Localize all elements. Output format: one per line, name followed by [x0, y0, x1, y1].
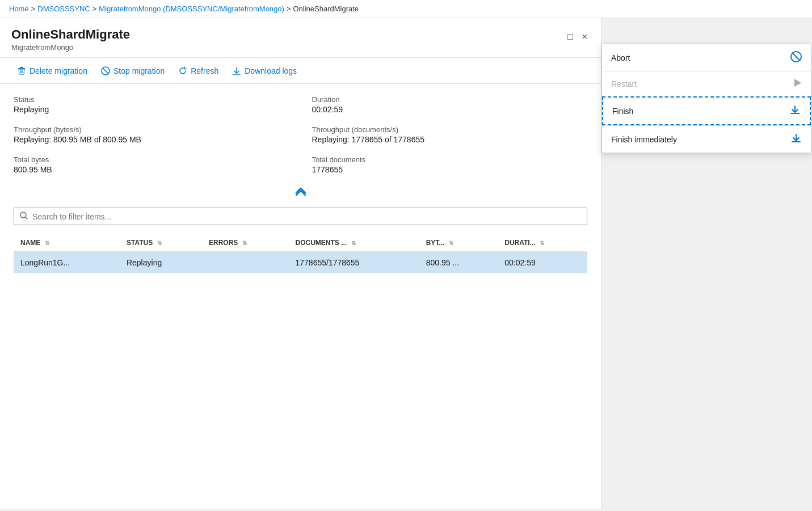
abort-label: Abort	[611, 53, 630, 62]
cell-name: LongRun1G...	[14, 252, 120, 273]
collapse-button[interactable]	[294, 185, 308, 199]
table-row[interactable]: LongRun1G...Replaying1778655/1778655800.…	[14, 252, 587, 273]
panel-header-icons: □ ×	[565, 29, 590, 44]
download-logs-button[interactable]: Download logs	[226, 62, 302, 79]
throughput-bytes-block: Throughput (bytes/s) Replaying: 800.95 M…	[14, 125, 289, 144]
sort-name-icon: ⇅	[45, 240, 49, 246]
stop-icon	[101, 66, 110, 75]
svg-rect-0	[20, 67, 23, 68]
svg-rect-16	[792, 141, 801, 142]
stop-migration-label: Stop migration	[113, 66, 165, 75]
abort-icon	[790, 51, 802, 64]
status-label: Status	[14, 95, 289, 104]
svg-line-6	[103, 68, 108, 74]
col-name[interactable]: NAME ⇅	[14, 234, 120, 252]
finish-download-icon	[789, 104, 801, 117]
search-bar	[14, 208, 587, 225]
col-documents[interactable]: DOCUMENTS ... ⇅	[288, 234, 419, 252]
cell-status: Replaying	[120, 252, 202, 273]
sort-errors-icon: ⇅	[242, 240, 247, 246]
download-icon	[232, 66, 241, 75]
finish-label: Finish	[612, 107, 633, 116]
search-input[interactable]	[32, 212, 581, 221]
svg-rect-14	[790, 113, 800, 114]
data-table: NAME ⇅ STATUS ⇅ ERRORS ⇅ DOCUMENTS ...	[14, 234, 587, 273]
finish-immediately-label: Finish immediately	[611, 135, 677, 144]
trash-icon	[17, 66, 26, 75]
cell-duration: 00:02:59	[498, 252, 587, 273]
stop-migration-button[interactable]: Stop migration	[95, 62, 170, 79]
panel-title: OnlineShardMigrate	[11, 27, 130, 42]
finish-immediately-download-icon	[790, 133, 802, 146]
restart-label: Restart	[611, 79, 637, 88]
maximize-button[interactable]: □	[565, 29, 575, 44]
sort-duration-icon: ⇅	[540, 240, 544, 246]
context-menu: Abort Restart Finish	[601, 44, 811, 153]
col-duration[interactable]: DURATI... ⇅	[498, 234, 587, 252]
col-errors[interactable]: ERRORS ⇅	[202, 234, 288, 252]
cell-errors	[202, 252, 288, 273]
duration-value: 00:02:59	[312, 105, 588, 114]
total-docs-block: Total documents 1778655	[312, 155, 588, 174]
main-panel: OnlineShardMigrate MigratefromMongo □ ×	[0, 18, 601, 509]
col-bytes[interactable]: BYT... ⇅	[419, 234, 498, 252]
duration-block: Duration 00:02:59	[312, 95, 588, 114]
svg-line-12	[792, 53, 800, 61]
refresh-label: Refresh	[191, 66, 218, 75]
context-menu-finish[interactable]: Finish	[602, 96, 811, 125]
context-menu-finish-immediately[interactable]: Finish immediately	[602, 126, 811, 153]
close-button[interactable]: ×	[580, 29, 590, 44]
delete-migration-label: Delete migration	[30, 66, 87, 75]
sort-status-icon: ⇅	[157, 240, 162, 246]
info-grid: Status Replaying Duration 00:02:59 Throu…	[14, 95, 587, 174]
sort-documents-icon: ⇅	[351, 240, 356, 246]
total-bytes-value: 800.95 MB	[14, 165, 289, 174]
breadcrumb-home[interactable]: Home	[9, 5, 29, 13]
breadcrumb-current: OnlineShardMigrate	[293, 5, 359, 13]
col-status[interactable]: STATUS ⇅	[120, 234, 202, 252]
breadcrumb-dmsosssync[interactable]: DMSOSSSYNC	[37, 5, 90, 13]
status-value: Replaying	[14, 105, 289, 114]
svg-marker-13	[794, 79, 801, 87]
toolbar: Delete migration Stop migration	[0, 58, 601, 84]
refresh-button[interactable]: Refresh	[173, 62, 224, 79]
collapse-section	[14, 185, 587, 199]
content-area: Status Replaying Duration 00:02:59 Throu…	[0, 84, 601, 509]
total-docs-label: Total documents	[312, 155, 588, 164]
cell-bytes: 800.95 ...	[419, 252, 498, 273]
panel-header-info: OnlineShardMigrate MigratefromMongo	[11, 27, 130, 52]
delete-migration-button[interactable]: Delete migration	[11, 62, 93, 79]
table-body: LongRun1G...Replaying1778655/1778655800.…	[14, 252, 587, 273]
status-block: Status Replaying	[14, 95, 289, 114]
panel-header: OnlineShardMigrate MigratefromMongo □ ×	[0, 18, 601, 58]
svg-rect-1	[18, 68, 25, 69]
sort-bytes-icon: ⇅	[449, 240, 453, 246]
panel-subtitle: MigratefromMongo	[11, 43, 130, 52]
breadcrumb-migratefrommongo[interactable]: MigratefromMongo (DMSOSSSYNC/Migratefrom…	[99, 5, 284, 13]
context-menu-abort[interactable]: Abort	[602, 44, 811, 71]
total-bytes-label: Total bytes	[14, 155, 289, 164]
throughput-bytes-label: Throughput (bytes/s)	[14, 125, 289, 134]
cell-documents: 1778655/1778655	[288, 252, 419, 273]
svg-line-10	[26, 217, 27, 219]
context-menu-restart: Restart	[602, 71, 811, 96]
throughput-docs-value: Replaying: 1778655 of 1778655	[312, 135, 588, 144]
table-header: NAME ⇅ STATUS ⇅ ERRORS ⇅ DOCUMENTS ...	[14, 234, 587, 252]
right-panel: Abort Restart Finish	[601, 18, 812, 509]
download-logs-label: Download logs	[245, 66, 297, 75]
throughput-bytes-value: Replaying: 800.95 MB of 800.95 MB	[14, 135, 289, 144]
total-docs-value: 1778655	[312, 165, 588, 174]
breadcrumb: Home > DMSOSSSYNC > MigratefromMongo (DM…	[0, 0, 812, 18]
duration-label: Duration	[312, 95, 588, 104]
throughput-docs-label: Throughput (documents/s)	[312, 125, 588, 134]
play-icon	[794, 78, 802, 89]
throughput-docs-block: Throughput (documents/s) Replaying: 1778…	[312, 125, 588, 144]
total-bytes-block: Total bytes 800.95 MB	[14, 155, 289, 174]
refresh-icon	[178, 66, 187, 75]
search-icon	[20, 212, 28, 221]
